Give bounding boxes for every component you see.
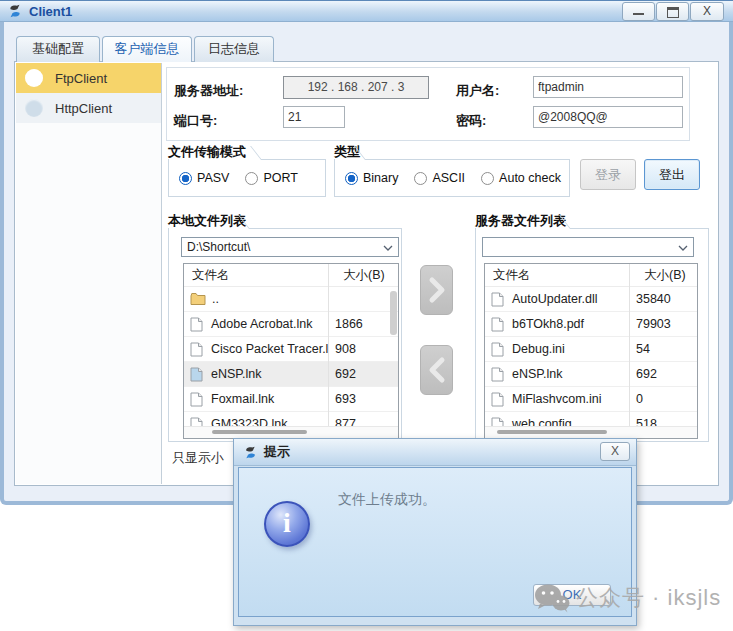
- chevron-down-icon: [383, 245, 393, 251]
- radio-label: Binary: [363, 171, 398, 185]
- server-path-dropdown[interactable]: [482, 237, 694, 257]
- radio-label: PORT: [263, 171, 298, 185]
- local-files-group: 本地文件列表 D:\Shortcut\ 文件名 大小(B) .. Adobe A…: [168, 212, 402, 442]
- table-row[interactable]: eNSP.lnk 692: [184, 362, 398, 387]
- sidebar: FtpClient HttpClient: [16, 63, 162, 484]
- column-filename: 文件名: [485, 267, 629, 284]
- file-icon: [190, 342, 203, 357]
- minimize-icon: [633, 13, 644, 15]
- sidebar-item-label: FtpClient: [55, 71, 107, 86]
- server-file-table: 文件名 大小(B) AutoUpdater.dll 35840 b6TOkh8.…: [484, 263, 698, 439]
- column-filename: 文件名: [184, 267, 328, 284]
- horizontal-scrollbar[interactable]: [184, 426, 398, 438]
- table-row[interactable]: Adobe Acrobat.lnk 1866: [184, 312, 398, 337]
- download-button[interactable]: [420, 345, 453, 395]
- server-address-field[interactable]: 192 . 168 . 207 . 3: [283, 76, 429, 99]
- radio-icon: [245, 172, 258, 185]
- type-options: Binary ASCII Auto check: [335, 160, 569, 196]
- maximize-button[interactable]: [656, 2, 689, 21]
- file-name: Debug.ini: [506, 342, 629, 356]
- file-size: 692: [328, 367, 356, 381]
- column-size: 大小(B): [328, 267, 385, 284]
- local-path-value: D:\Shortcut\: [187, 240, 250, 254]
- file-name: b6TOkh8.pdf: [506, 317, 629, 331]
- horizontal-scrollbar[interactable]: [485, 426, 697, 438]
- radio-option[interactable]: PASV: [179, 171, 229, 185]
- client-dot-icon: [25, 69, 43, 87]
- radio-icon: [481, 172, 494, 185]
- dialog-title-bar: 提示: [234, 439, 636, 466]
- radio-icon: [345, 172, 358, 185]
- file-name: AutoUpdater.dll: [506, 292, 629, 306]
- chevron-right-icon: [427, 275, 447, 305]
- chevron-down-icon: [678, 245, 688, 251]
- table-row[interactable]: Cisco Packet Tracer.lnk 908: [184, 337, 398, 362]
- file-name: eNSP.lnk: [506, 367, 629, 381]
- radio-label: PASV: [197, 171, 229, 185]
- radio-option[interactable]: Binary: [345, 171, 398, 185]
- table-row[interactable]: eNSP.lnk 692: [485, 362, 697, 387]
- watermark-text: 公众号 · iksjls: [576, 583, 721, 613]
- vertical-scrollbar[interactable]: [390, 291, 397, 335]
- folder-icon: [190, 292, 206, 306]
- file-icon: [491, 292, 504, 307]
- radio-option[interactable]: Auto check: [481, 171, 561, 185]
- footer-note: 只显示小: [172, 449, 224, 467]
- dialog-close-button[interactable]: X: [600, 442, 630, 461]
- table-row[interactable]: ..: [184, 287, 398, 312]
- table-row[interactable]: Debug.ini 54: [485, 337, 697, 362]
- close-button[interactable]: X: [690, 2, 724, 21]
- server-files-title: 服务器文件列表: [475, 212, 709, 228]
- file-size: 79903: [629, 317, 671, 331]
- type-group: 类型 Binary ASCII Auto check: [334, 143, 570, 197]
- file-name: Foxmail.lnk: [205, 392, 328, 406]
- tab-log-info[interactable]: 日志信息: [194, 36, 274, 62]
- transfer-mode-options: PASV PORT: [169, 160, 325, 196]
- radio-option[interactable]: ASCII: [414, 171, 465, 185]
- port-field[interactable]: [283, 106, 345, 128]
- username-label: 用户名:: [456, 82, 499, 100]
- local-file-table: 文件名 大小(B) .. Adobe Acrobat.lnk 1866 Cisc…: [183, 263, 399, 439]
- sidebar-item[interactable]: FtpClient: [16, 63, 161, 93]
- column-size: 大小(B): [629, 267, 686, 284]
- file-size: 54: [629, 342, 650, 356]
- file-size: 1866: [328, 317, 363, 331]
- file-size: 692: [629, 367, 657, 381]
- file-size: 693: [328, 392, 356, 406]
- table-row[interactable]: AutoUpdater.dll 35840: [485, 287, 697, 312]
- server-table-header: 文件名 大小(B): [485, 264, 697, 287]
- logout-button[interactable]: 登出: [644, 159, 700, 190]
- client-dot-icon: [25, 99, 43, 117]
- chevron-left-icon: [427, 355, 447, 385]
- file-name: Adobe Acrobat.lnk: [205, 317, 328, 331]
- table-row[interactable]: b6TOkh8.pdf 79903: [485, 312, 697, 337]
- dialog-message: 文件上传成功。: [338, 491, 436, 509]
- sidebar-item[interactable]: HttpClient: [16, 93, 161, 123]
- login-button[interactable]: 登录: [580, 159, 636, 190]
- transfer-mode-group: 文件传输模式 PASV PORT: [168, 143, 326, 197]
- password-field[interactable]: [533, 106, 683, 128]
- file-name: ..: [206, 292, 329, 306]
- minimize-button[interactable]: [622, 2, 655, 21]
- file-icon: [491, 367, 504, 382]
- radio-option[interactable]: PORT: [245, 171, 298, 185]
- local-path-dropdown[interactable]: D:\Shortcut\: [181, 237, 399, 257]
- tab-client-info[interactable]: 客户端信息: [102, 36, 192, 62]
- file-icon: [190, 367, 203, 382]
- radio-icon: [414, 172, 427, 185]
- table-row[interactable]: Foxmail.lnk 693: [184, 387, 398, 412]
- tab-basic-config[interactable]: 基础配置: [16, 36, 100, 62]
- wechat-icon: [534, 583, 570, 613]
- file-icon: [491, 317, 504, 332]
- table-row[interactable]: MiFlashvcom.ini 0: [485, 387, 697, 412]
- username-field[interactable]: [533, 76, 683, 98]
- upload-button[interactable]: [420, 265, 453, 315]
- window-title: Client1: [29, 4, 72, 19]
- local-files-title: 本地文件列表: [168, 212, 402, 228]
- file-icon: [190, 317, 203, 332]
- ensp-logo-icon: [7, 3, 23, 19]
- file-icon: [491, 342, 504, 357]
- file-name: Cisco Packet Tracer.lnk: [205, 342, 328, 356]
- server-address-label: 服务器地址:: [174, 82, 243, 100]
- file-size: 0: [629, 392, 643, 406]
